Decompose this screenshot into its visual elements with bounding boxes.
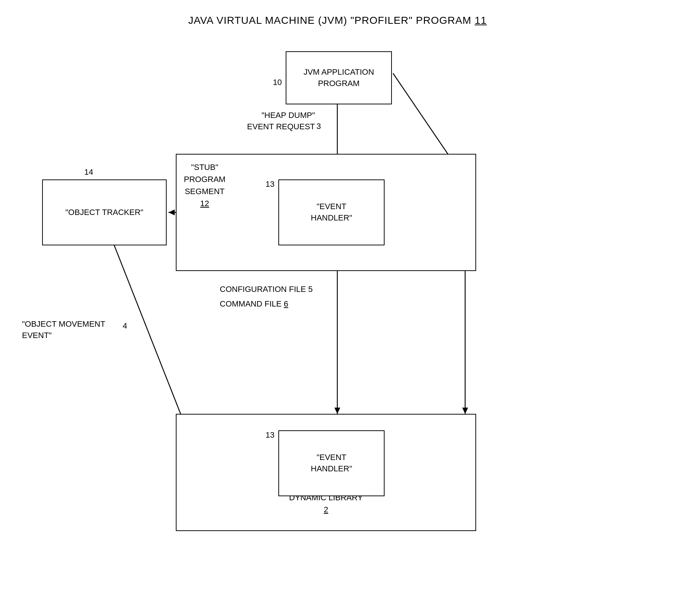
num-14: 14: [84, 167, 93, 177]
object-tracker-label: "OBJECT TRACKER": [66, 207, 144, 218]
object-tracker-number: 14: [84, 167, 93, 178]
page-title: JAVA VIRTUAL MACHINE (JVM) "PROFILER" PR…: [0, 15, 675, 26]
jvm-app-label: JVM APPLICATION PROGRAM: [304, 67, 374, 89]
diagram-container: JAVA VIRTUAL MACHINE (JVM) "PROFILER" PR…: [0, 0, 675, 616]
heap-dump-text: "HEAP DUMP"EVENT REQUEST: [247, 111, 315, 131]
config-file-text: CONFIGURATION FILE 5: [220, 285, 313, 294]
event-handler-bottom-box: "EVENTHANDLER": [278, 430, 385, 496]
heap-dump-number: 3: [316, 121, 321, 132]
event-handler-bottom-number: 13: [266, 430, 274, 441]
title-number: 11: [475, 15, 487, 26]
command-file-text: COMMAND FILE 6: [220, 299, 288, 308]
event-handler-top-number: 13: [266, 179, 274, 190]
dynamic-library-number: 2: [324, 505, 328, 514]
object-movement-label: "OBJECT MOVEMENTEVENT": [22, 319, 105, 341]
svg-marker-10: [168, 209, 175, 215]
num-4: 4: [123, 321, 127, 330]
event-handler-bottom-label: "EVENTHANDLER": [311, 452, 352, 475]
object-movement-number: 4: [123, 320, 127, 332]
object-movement-text: "OBJECT MOVEMENTEVENT": [22, 319, 105, 340]
event-handler-top-label: "EVENTHANDLER": [311, 201, 352, 224]
num-13-top: 13: [266, 179, 274, 189]
num-10: 10: [273, 78, 282, 87]
object-tracker-box: "OBJECT TRACKER": [42, 179, 167, 245]
jvm-app-number: 10: [273, 77, 282, 88]
event-handler-top-box: "EVENTHANDLER": [278, 179, 385, 245]
heap-dump-label: "HEAP DUMP"EVENT REQUEST: [220, 110, 315, 133]
svg-marker-6: [334, 408, 340, 414]
title-text: JAVA VIRTUAL MACHINE (JVM) "PROFILER" PR…: [188, 15, 471, 26]
svg-marker-4: [462, 408, 468, 414]
config-file-label: CONFIGURATION FILE 5: [220, 284, 313, 295]
num-13-bottom: 13: [266, 430, 274, 439]
jvm-app-box: JVM APPLICATION PROGRAM: [286, 51, 392, 104]
num-3: 3: [316, 122, 321, 131]
stub-number: 12: [200, 199, 209, 208]
command-file-label: COMMAND FILE 6: [220, 298, 288, 310]
stub-label: "STUB"PROGRAMSEGMENT12: [184, 161, 226, 209]
